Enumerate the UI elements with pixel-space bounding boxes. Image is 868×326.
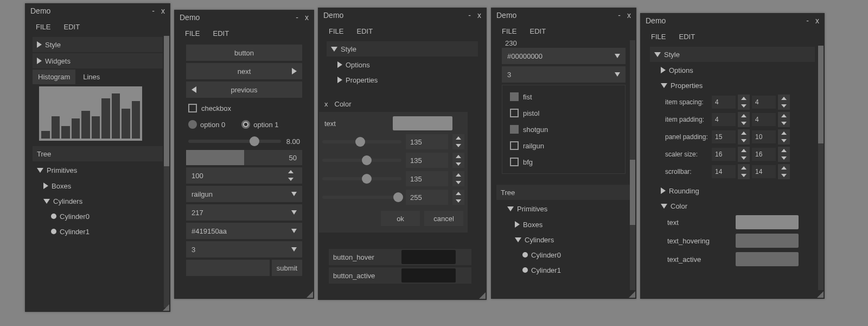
tree-leaf-cylinder0[interactable]: Cylinder0 (496, 248, 631, 262)
titlebar[interactable]: Demo - x (174, 10, 314, 25)
color-swatch[interactable] (736, 252, 799, 266)
stepper-buttons[interactable] (452, 134, 464, 149)
scrollbar[interactable] (164, 36, 169, 308)
prop-value-b[interactable]: 16 (752, 148, 776, 161)
resize-handle[interactable] (307, 291, 313, 298)
color-row-text-active[interactable]: text_active (665, 251, 815, 267)
menu-edit[interactable]: EDIT (679, 33, 695, 41)
dropdown-id[interactable]: 217 (186, 204, 302, 221)
checkbox[interactable] (510, 125, 519, 134)
popup-close[interactable]: x (324, 100, 328, 108)
stepper-buttons[interactable] (778, 164, 790, 179)
dropdown-weapon[interactable]: railgun (186, 186, 302, 202)
close-button[interactable]: x (305, 13, 309, 22)
tree-node-style[interactable]: Style (327, 41, 478, 57)
minimize-button[interactable]: - (296, 13, 298, 22)
slider-track[interactable] (322, 140, 401, 143)
prop-value-b[interactable]: 4 (752, 96, 776, 109)
channel-value[interactable]: 135 (406, 171, 448, 186)
radio-option-0[interactable]: option 0 (188, 120, 225, 129)
text-input[interactable] (186, 260, 270, 276)
checkbox[interactable] (510, 158, 519, 166)
tab-lines[interactable]: Lines (78, 70, 105, 84)
titlebar[interactable]: Demo - x (25, 3, 170, 18)
checkbox[interactable] (510, 109, 519, 117)
tree-node-style[interactable]: Style (650, 47, 815, 62)
dropdown-color-hex[interactable]: #00000000 (502, 48, 626, 64)
dropdown-color[interactable]: #419150aa (186, 223, 302, 239)
slider-knob[interactable] (393, 192, 403, 202)
button-previous[interactable]: previous (186, 82, 302, 98)
slider-track[interactable] (322, 196, 401, 199)
scrollbar[interactable] (630, 40, 635, 290)
menu-file[interactable]: FILE (329, 27, 343, 35)
slider-track[interactable] (188, 140, 281, 143)
slider-knob[interactable] (355, 137, 365, 147)
menu-edit[interactable]: EDIT (529, 27, 546, 35)
tree-node-cylinders[interactable]: Cylinders (33, 194, 163, 208)
row-button-active[interactable]: button_active (329, 267, 471, 284)
minimize-button[interactable]: - (152, 7, 155, 15)
slider-track[interactable] (322, 177, 401, 180)
color-swatch[interactable] (401, 268, 456, 283)
tree-node-boxes[interactable]: Boxes (33, 179, 163, 193)
menu-file[interactable]: FILE (185, 29, 200, 37)
tree-leaf-cylinder0[interactable]: Cylinder0 (33, 209, 163, 223)
checkbox[interactable] (188, 104, 197, 112)
prop-value-a[interactable]: 16 (712, 148, 736, 161)
menu-edit[interactable]: EDIT (213, 29, 229, 37)
color-swatch[interactable] (736, 234, 799, 248)
tree-node-style[interactable]: Style (33, 37, 163, 52)
stepper-buttons[interactable] (452, 171, 464, 186)
scrollbar-thumb[interactable] (630, 160, 635, 225)
close-button[interactable]: x (477, 11, 481, 20)
stepper-buttons[interactable] (778, 147, 790, 162)
button-next[interactable]: next (186, 63, 302, 79)
stepper-buttons[interactable] (738, 147, 750, 162)
progress-bar[interactable]: 50 (186, 150, 302, 165)
stepper-buttons[interactable] (738, 95, 750, 110)
tab-histogram[interactable]: Histogram (33, 70, 75, 84)
color-row-text-hovering[interactable]: text_hovering (665, 233, 815, 249)
resize-handle[interactable] (629, 291, 635, 298)
weapon-bfg[interactable]: bfg (508, 154, 620, 170)
slider[interactable]: 8.00 (186, 133, 302, 150)
ok-button[interactable]: ok (381, 211, 420, 226)
scrollbar[interactable] (818, 46, 824, 290)
resize-handle[interactable] (479, 292, 486, 299)
scrollbar-thumb[interactable] (818, 46, 824, 143)
stepper-buttons[interactable] (778, 95, 790, 110)
tree-node-properties[interactable]: Properties (650, 78, 815, 92)
prop-value-b[interactable]: 10 (752, 130, 776, 143)
tree-leaf-cylinder1[interactable]: Cylinder1 (33, 224, 163, 239)
checkbox[interactable] (510, 92, 519, 101)
stepper-buttons[interactable] (452, 153, 464, 168)
close-button[interactable]: x (815, 16, 819, 25)
slider-knob[interactable] (362, 174, 372, 184)
stepper-buttons[interactable] (778, 129, 790, 145)
tree-node-options[interactable]: Options (650, 63, 815, 77)
slider-knob[interactable] (362, 155, 372, 165)
dropdown-count[interactable]: 3 (186, 241, 302, 258)
stepper-buttons[interactable] (778, 112, 790, 127)
weapon-shotgun[interactable]: shotgun (508, 121, 620, 137)
scrollbar-thumb[interactable] (164, 36, 169, 166)
minimize-button[interactable]: - (468, 11, 471, 20)
dropdown-number[interactable]: 100 (186, 167, 302, 184)
prop-value-a[interactable]: 4 (712, 96, 736, 109)
prop-value-b[interactable]: 14 (752, 165, 776, 178)
tree-node-color[interactable]: Color (650, 199, 815, 213)
stepper-buttons[interactable] (738, 129, 750, 145)
cancel-button[interactable]: cancel (424, 211, 463, 226)
stepper-buttons[interactable] (452, 190, 464, 205)
color-row-text[interactable]: text (665, 214, 815, 230)
minimize-button[interactable]: - (618, 11, 621, 20)
resize-handle[interactable] (817, 291, 824, 298)
titlebar[interactable]: Demo - x (318, 8, 487, 23)
dropdown-count[interactable]: 3 (502, 66, 626, 83)
tree-node-properties[interactable]: Properties (327, 73, 478, 87)
slider-knob[interactable] (250, 136, 259, 146)
stepper-buttons[interactable] (738, 164, 750, 179)
weapon-pistol[interactable]: pistol (508, 105, 620, 121)
close-button[interactable]: x (627, 11, 631, 20)
